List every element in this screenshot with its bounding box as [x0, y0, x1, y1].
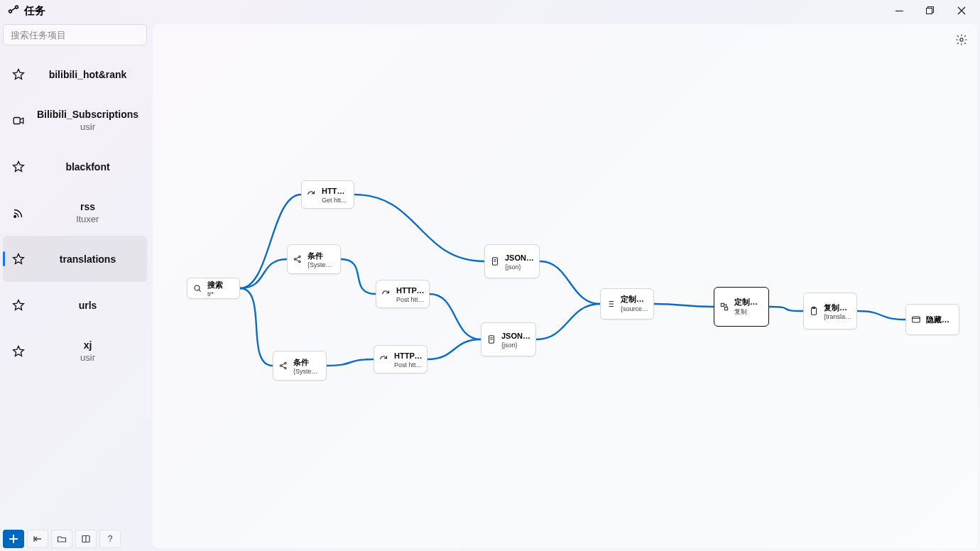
- node-hide[interactable]: 隐藏窗口: [905, 304, 959, 335]
- doc-icon: [489, 256, 501, 267]
- task-title: bilibili_hot&rank: [34, 69, 141, 80]
- node-subtitle: {source}：{trans: [621, 305, 649, 314]
- node-title: HTTP 动作: [394, 351, 423, 361]
- search-icon: [192, 283, 203, 294]
- node-cond2[interactable]: 条件 {System.Text.En: [273, 351, 327, 381]
- task-subtitle: ltuxer: [34, 214, 141, 224]
- sidebar-item-4[interactable]: translations: [3, 236, 147, 282]
- svg-point-0: [9, 10, 12, 13]
- search-input[interactable]: [3, 24, 147, 45]
- node-subtitle: {json}: [501, 342, 531, 349]
- node-http1[interactable]: HTTP 动作 Get https://fany: [301, 180, 354, 209]
- task-title: urls: [34, 300, 141, 311]
- node-http2[interactable]: HTTP 动作 Post http://159.: [376, 280, 430, 308]
- task-title: translations: [34, 253, 141, 265]
- task-title: blackfont: [34, 161, 141, 173]
- help-button[interactable]: ?: [99, 530, 121, 548]
- doc-icon: [486, 334, 497, 345]
- node-subtitle: {translatedResu: [824, 313, 852, 320]
- svg-rect-21: [913, 317, 920, 322]
- node-title: JSON 处理: [505, 253, 535, 263]
- node-title: HTTP 动作: [396, 285, 425, 296]
- sidebar: bilibili_hot&rank Bilibili_Subscriptions…: [0, 21, 150, 551]
- node-search[interactable]: 搜索 tr*: [187, 278, 240, 299]
- star-icon: [9, 299, 28, 312]
- task-subtitle: usir: [34, 121, 141, 132]
- svg-point-14: [285, 367, 286, 369]
- star-icon: [9, 253, 28, 266]
- node-title: JSON 处理: [501, 331, 531, 342]
- task-text: xj usir: [34, 339, 141, 363]
- sidebar-item-5[interactable]: urls: [3, 282, 147, 328]
- node-text: JSON 处理 {json}: [501, 331, 531, 349]
- task-text: Bilibili_Subscriptions usir: [34, 109, 141, 132]
- task-title: Bilibili_Subscriptions: [34, 109, 141, 120]
- share-icon: [278, 360, 289, 371]
- task-text: urls: [34, 300, 141, 311]
- add-task-button[interactable]: [3, 530, 24, 548]
- node-subtitle: 复制: [734, 307, 764, 317]
- star-icon: [9, 68, 28, 81]
- svg-point-13: [285, 362, 286, 364]
- maximize-button[interactable]: [915, 0, 946, 21]
- sidebar-item-6[interactable]: xj usir: [3, 328, 147, 374]
- node-custres[interactable]: 定制结果 {source}：{trans: [600, 288, 654, 320]
- list-icon: [605, 298, 616, 310]
- task-title: xj: [34, 339, 141, 351]
- svg-point-1: [16, 6, 18, 9]
- svg-point-8: [195, 285, 200, 290]
- svg-point-11: [299, 261, 300, 262]
- node-cond1[interactable]: 条件 {System.Text.En: [287, 244, 341, 274]
- sidebar-item-2[interactable]: blackfont: [3, 143, 147, 190]
- svg-point-10: [299, 256, 300, 257]
- node-custact[interactable]: 定制动作 复制: [714, 287, 769, 327]
- arrow-redo-icon: [381, 288, 392, 300]
- node-title: 条件: [293, 357, 322, 368]
- task-list: bilibili_hot&rank Bilibili_Subscriptions…: [0, 45, 150, 528]
- share-icon: [292, 253, 303, 265]
- graph-canvas[interactable]: 搜索 tr* HTTP 动作 Get https://fany 条件 {Syst…: [153, 24, 977, 548]
- svg-rect-3: [927, 9, 932, 14]
- node-text: 隐藏窗口: [926, 315, 954, 325]
- node-text: JSON 处理 {json}: [505, 253, 535, 271]
- node-json1[interactable]: JSON 处理 {json}: [484, 244, 540, 278]
- arrow-redo-icon: [306, 189, 317, 200]
- task-text: rss ltuxer: [34, 201, 141, 224]
- node-text: HTTP 动作 Get https://fany: [322, 186, 349, 204]
- node-title: 搜索: [207, 280, 223, 290]
- close-button[interactable]: [946, 0, 977, 21]
- window-controls: [883, 0, 977, 21]
- minimize-button[interactable]: [883, 0, 915, 21]
- import-button[interactable]: [27, 530, 48, 548]
- node-subtitle: {json}: [505, 263, 535, 271]
- titlebar-left: 任务: [3, 3, 45, 18]
- sidebar-item-0[interactable]: bilibili_hot&rank: [3, 51, 147, 97]
- node-text: 搜索 tr*: [207, 280, 223, 298]
- node-http3[interactable]: HTTP 动作 Post http://159.: [374, 345, 428, 373]
- node-text: 定制动作 复制: [734, 297, 764, 317]
- node-subtitle: {System.Text.En: [293, 368, 322, 375]
- settings-button[interactable]: [952, 30, 971, 50]
- custom-icon: [719, 301, 730, 312]
- svg-point-7: [960, 38, 963, 41]
- bottom-toolbar: ?: [0, 528, 150, 551]
- node-text: 条件 {System.Text.En: [293, 357, 322, 375]
- node-json2[interactable]: JSON 处理 {json}: [481, 322, 536, 356]
- task-text: bilibili_hot&rank: [34, 69, 141, 80]
- sidebar-item-3[interactable]: rss ltuxer: [3, 190, 147, 236]
- star-icon: [9, 160, 28, 173]
- node-text: HTTP 动作 Post http://159.: [396, 285, 425, 303]
- task-title: rss: [34, 201, 141, 212]
- node-copy[interactable]: 复制文本 {translatedResu: [803, 293, 857, 329]
- node-text: 定制结果 {source}：{trans: [621, 294, 649, 314]
- library-button[interactable]: [75, 530, 97, 548]
- sidebar-item-1[interactable]: Bilibili_Subscriptions usir: [3, 97, 147, 143]
- window-icon: [910, 314, 922, 325]
- node-subtitle: {System.Text.En: [307, 261, 336, 268]
- svg-point-12: [280, 365, 281, 366]
- svg-rect-18: [725, 307, 728, 310]
- svg-rect-4: [13, 117, 20, 124]
- video-icon: [9, 114, 28, 127]
- open-folder-button[interactable]: [51, 530, 72, 548]
- node-text: 条件 {System.Text.En: [307, 251, 336, 268]
